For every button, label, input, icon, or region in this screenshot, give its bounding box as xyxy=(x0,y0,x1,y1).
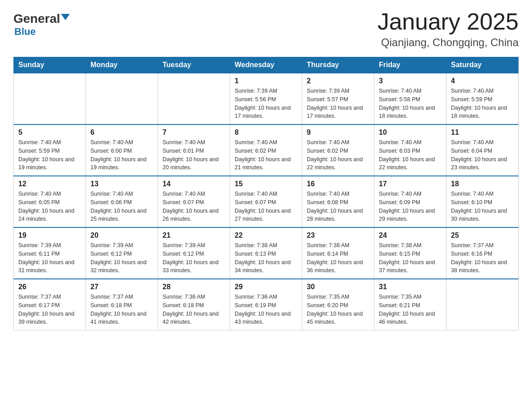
day-number: 19 xyxy=(18,231,81,240)
day-info: Sunrise: 7:40 AM Sunset: 6:02 PM Dayligh… xyxy=(235,138,297,172)
day-number: 20 xyxy=(90,231,153,240)
calendar-cell: 6Sunrise: 7:40 AM Sunset: 6:00 PM Daylig… xyxy=(86,124,158,176)
day-info: Sunrise: 7:40 AM Sunset: 6:05 PM Dayligh… xyxy=(18,190,81,223)
day-number: 18 xyxy=(451,180,514,188)
calendar-cell xyxy=(14,73,86,124)
day-info: Sunrise: 7:37 AM Sunset: 6:16 PM Dayligh… xyxy=(451,241,514,275)
day-info: Sunrise: 7:39 AM Sunset: 6:12 PM Dayligh… xyxy=(90,241,153,275)
day-number: 25 xyxy=(451,231,514,240)
week-row-3: 12Sunrise: 7:40 AM Sunset: 6:05 PM Dayli… xyxy=(14,176,519,227)
day-info: Sunrise: 7:37 AM Sunset: 6:18 PM Dayligh… xyxy=(90,293,153,326)
calendar-cell: 26Sunrise: 7:37 AM Sunset: 6:17 PM Dayli… xyxy=(14,279,86,330)
day-info: Sunrise: 7:40 AM Sunset: 6:07 PM Dayligh… xyxy=(163,190,225,223)
day-number: 26 xyxy=(18,283,81,291)
day-number: 2 xyxy=(307,77,369,85)
day-number: 5 xyxy=(18,128,81,137)
day-number: 9 xyxy=(307,128,369,137)
day-number: 11 xyxy=(451,128,514,137)
calendar-cell: 13Sunrise: 7:40 AM Sunset: 6:06 PM Dayli… xyxy=(86,176,158,227)
day-info: Sunrise: 7:35 AM Sunset: 6:20 PM Dayligh… xyxy=(307,293,369,326)
calendar-cell: 28Sunrise: 7:36 AM Sunset: 6:18 PM Dayli… xyxy=(158,279,230,330)
day-info: Sunrise: 7:40 AM Sunset: 6:09 PM Dayligh… xyxy=(379,190,442,223)
day-number: 13 xyxy=(90,180,153,188)
day-info: Sunrise: 7:37 AM Sunset: 6:17 PM Dayligh… xyxy=(18,293,81,326)
calendar-cell: 15Sunrise: 7:40 AM Sunset: 6:07 PM Dayli… xyxy=(230,176,302,227)
logo: General Blue xyxy=(13,13,70,38)
day-number: 6 xyxy=(90,128,153,137)
day-number: 29 xyxy=(235,283,297,291)
day-info: Sunrise: 7:39 AM Sunset: 6:11 PM Dayligh… xyxy=(18,241,81,275)
col-thursday: Thursday xyxy=(302,57,374,73)
day-info: Sunrise: 7:40 AM Sunset: 6:01 PM Dayligh… xyxy=(163,138,225,172)
calendar-cell: 7Sunrise: 7:40 AM Sunset: 6:01 PM Daylig… xyxy=(158,124,230,176)
day-number: 21 xyxy=(163,231,225,240)
day-info: Sunrise: 7:36 AM Sunset: 6:19 PM Dayligh… xyxy=(235,293,297,326)
day-info: Sunrise: 7:39 AM Sunset: 5:56 PM Dayligh… xyxy=(235,87,297,120)
calendar-cell: 10Sunrise: 7:40 AM Sunset: 6:03 PM Dayli… xyxy=(374,124,446,176)
day-number: 23 xyxy=(307,231,369,240)
day-number: 15 xyxy=(235,180,297,188)
calendar-cell: 30Sunrise: 7:35 AM Sunset: 6:20 PM Dayli… xyxy=(302,279,374,330)
calendar-cell: 17Sunrise: 7:40 AM Sunset: 6:09 PM Dayli… xyxy=(374,176,446,227)
day-number: 4 xyxy=(451,77,514,85)
day-info: Sunrise: 7:40 AM Sunset: 5:58 PM Dayligh… xyxy=(379,87,442,120)
day-number: 17 xyxy=(379,180,442,188)
calendar-cell: 5Sunrise: 7:40 AM Sunset: 5:59 PM Daylig… xyxy=(14,124,86,176)
day-number: 12 xyxy=(18,180,81,188)
day-number: 14 xyxy=(163,180,225,188)
logo-blue-text: Blue xyxy=(14,26,36,38)
calendar-title: January 2025 xyxy=(378,9,519,34)
week-row-4: 19Sunrise: 7:39 AM Sunset: 6:11 PM Dayli… xyxy=(14,227,519,279)
calendar-cell: 2Sunrise: 7:39 AM Sunset: 5:57 PM Daylig… xyxy=(302,73,374,124)
day-info: Sunrise: 7:36 AM Sunset: 6:18 PM Dayligh… xyxy=(163,293,225,326)
week-row-1: 1Sunrise: 7:39 AM Sunset: 5:56 PM Daylig… xyxy=(14,73,519,124)
calendar-subtitle: Qianjiang, Chongqing, China xyxy=(378,36,519,49)
day-number: 10 xyxy=(379,128,442,137)
day-info: Sunrise: 7:39 AM Sunset: 6:12 PM Dayligh… xyxy=(163,241,225,275)
calendar-cell: 9Sunrise: 7:40 AM Sunset: 6:02 PM Daylig… xyxy=(302,124,374,176)
day-info: Sunrise: 7:40 AM Sunset: 6:02 PM Dayligh… xyxy=(307,138,369,172)
day-info: Sunrise: 7:38 AM Sunset: 6:15 PM Dayligh… xyxy=(379,241,442,275)
calendar-cell: 21Sunrise: 7:39 AM Sunset: 6:12 PM Dayli… xyxy=(158,227,230,279)
logo-triangle-icon xyxy=(61,14,70,20)
calendar-table: Sunday Monday Tuesday Wednesday Thursday… xyxy=(13,57,519,330)
day-number: 30 xyxy=(307,283,369,291)
page-header: General Blue January 2025 Qianjiang, Cho… xyxy=(13,9,519,49)
day-info: Sunrise: 7:40 AM Sunset: 5:59 PM Dayligh… xyxy=(18,138,81,172)
week-row-5: 26Sunrise: 7:37 AM Sunset: 6:17 PM Dayli… xyxy=(14,279,519,330)
day-number: 1 xyxy=(235,77,297,85)
col-friday: Friday xyxy=(374,57,446,73)
day-info: Sunrise: 7:40 AM Sunset: 6:08 PM Dayligh… xyxy=(307,190,369,223)
day-number: 27 xyxy=(90,283,153,291)
calendar-cell: 24Sunrise: 7:38 AM Sunset: 6:15 PM Dayli… xyxy=(374,227,446,279)
day-info: Sunrise: 7:38 AM Sunset: 6:14 PM Dayligh… xyxy=(307,241,369,275)
calendar-cell: 4Sunrise: 7:40 AM Sunset: 5:59 PM Daylig… xyxy=(446,73,519,124)
calendar-cell: 31Sunrise: 7:35 AM Sunset: 6:21 PM Dayli… xyxy=(374,279,446,330)
day-info: Sunrise: 7:40 AM Sunset: 6:07 PM Dayligh… xyxy=(235,190,297,223)
day-info: Sunrise: 7:38 AM Sunset: 6:13 PM Dayligh… xyxy=(235,241,297,275)
calendar-cell: 22Sunrise: 7:38 AM Sunset: 6:13 PM Dayli… xyxy=(230,227,302,279)
week-row-2: 5Sunrise: 7:40 AM Sunset: 5:59 PM Daylig… xyxy=(14,124,519,176)
title-block: January 2025 Qianjiang, Chongqing, China xyxy=(378,9,519,49)
calendar-header-row: Sunday Monday Tuesday Wednesday Thursday… xyxy=(14,57,519,73)
day-number: 7 xyxy=(163,128,225,137)
day-number: 16 xyxy=(307,180,369,188)
calendar-cell: 19Sunrise: 7:39 AM Sunset: 6:11 PM Dayli… xyxy=(14,227,86,279)
day-info: Sunrise: 7:40 AM Sunset: 6:10 PM Dayligh… xyxy=(451,190,514,223)
calendar-cell: 23Sunrise: 7:38 AM Sunset: 6:14 PM Dayli… xyxy=(302,227,374,279)
day-info: Sunrise: 7:40 AM Sunset: 6:00 PM Dayligh… xyxy=(90,138,153,172)
day-info: Sunrise: 7:40 AM Sunset: 6:03 PM Dayligh… xyxy=(379,138,442,172)
calendar-cell: 11Sunrise: 7:40 AM Sunset: 6:04 PM Dayli… xyxy=(446,124,519,176)
day-info: Sunrise: 7:40 AM Sunset: 5:59 PM Dayligh… xyxy=(451,87,514,120)
calendar-cell xyxy=(446,279,519,330)
calendar-cell: 29Sunrise: 7:36 AM Sunset: 6:19 PM Dayli… xyxy=(230,279,302,330)
logo-general-text: General xyxy=(13,13,60,25)
col-wednesday: Wednesday xyxy=(230,57,302,73)
calendar-cell: 27Sunrise: 7:37 AM Sunset: 6:18 PM Dayli… xyxy=(86,279,158,330)
calendar-cell: 1Sunrise: 7:39 AM Sunset: 5:56 PM Daylig… xyxy=(230,73,302,124)
calendar-cell xyxy=(158,73,230,124)
day-number: 31 xyxy=(379,283,442,291)
calendar-cell: 3Sunrise: 7:40 AM Sunset: 5:58 PM Daylig… xyxy=(374,73,446,124)
day-number: 3 xyxy=(379,77,442,85)
day-number: 8 xyxy=(235,128,297,137)
